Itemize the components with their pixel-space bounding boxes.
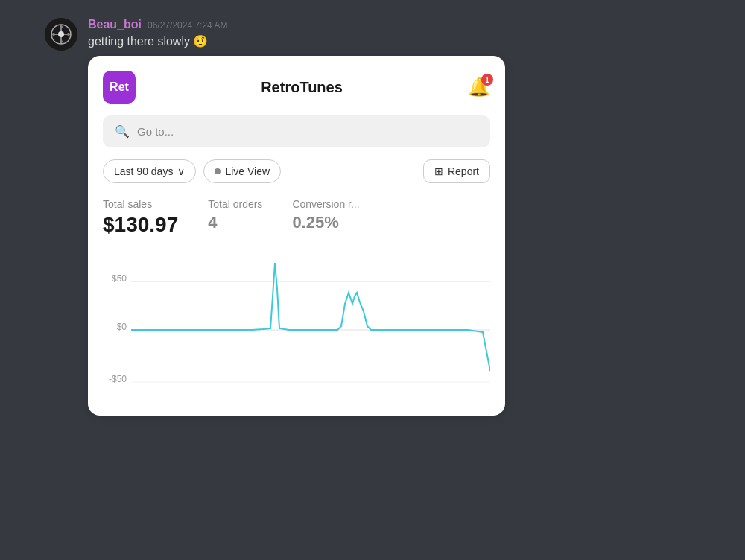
svg-text:-$50: -$50 [109,374,127,384]
svg-point-6 [60,40,63,43]
total-sales-label: Total sales [103,198,178,210]
chevron-down-icon: ∨ [177,165,185,177]
message-text: getting there slowly 🤨 [88,34,505,48]
svg-point-7 [52,33,55,36]
search-bar[interactable]: 🔍 Go to... [103,115,490,147]
username: Beau_boi [88,18,142,31]
live-view-button[interactable]: Live View [203,159,281,183]
search-icon: 🔍 [115,124,130,139]
avatar [45,18,77,51]
svg-text:$0: $0 [117,322,127,332]
message-container: Beau_boi 06/27/2024 7:24 AM getting ther… [45,18,505,416]
app-logo: Ret [103,71,136,104]
app-title: RetroTunes [261,79,343,96]
retrotunes-card: Ret RetroTunes 🔔 1 🔍 Go to... Last 90 da… [88,56,505,416]
search-placeholder: Go to... [137,125,174,138]
total-sales-block: Total sales $130.97 [103,198,178,237]
svg-point-5 [60,25,63,28]
chart-line [131,263,490,371]
chart-svg: $50 $0 -$50 [103,252,490,401]
bell-button[interactable]: 🔔 1 [468,77,490,98]
message-header: Beau_boi 06/27/2024 7:24 AM [88,18,505,31]
message-content: Beau_boi 06/27/2024 7:24 AM getting ther… [88,18,505,416]
bell-badge: 1 [481,74,493,86]
total-sales-value: $130.97 [103,213,178,237]
timestamp: 06/27/2024 7:24 AM [148,20,227,31]
total-orders-block: Total orders 4 [208,198,262,232]
period-button[interactable]: Last 90 days ∨ [103,159,196,183]
svg-point-4 [58,31,64,37]
live-dot-icon [215,168,221,174]
card-header: Ret RetroTunes 🔔 1 [103,71,490,104]
report-label: Report [448,165,479,177]
controls-row: Last 90 days ∨ Live View ⊞ Report [103,159,490,183]
conversion-value: 0.25% [292,213,359,232]
conversion-block: Conversion r... 0.25% [292,198,359,232]
live-view-label: Live View [225,165,270,177]
chart-container: $50 $0 -$50 [103,252,490,401]
svg-point-8 [67,33,70,36]
period-label: Last 90 days [114,165,173,177]
total-orders-label: Total orders [208,198,262,210]
report-icon: ⊞ [434,165,443,177]
total-orders-value: 4 [208,213,262,232]
report-button[interactable]: ⊞ Report [423,159,490,183]
conversion-label: Conversion r... [292,198,359,210]
stats-row: Total sales $130.97 Total orders 4 Conve… [103,198,490,237]
svg-text:$50: $50 [112,273,127,284]
